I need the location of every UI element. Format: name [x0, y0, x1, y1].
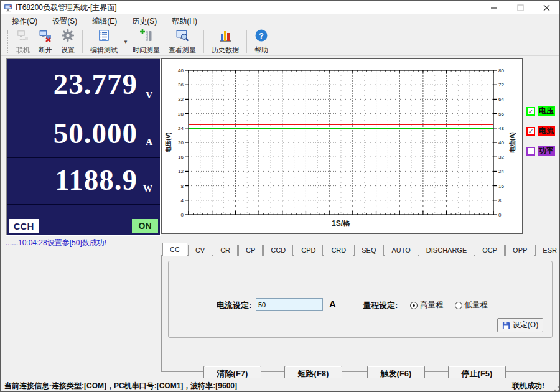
tab-auto[interactable]: AUTO — [385, 245, 418, 256]
toolbar-button-label: 设置 — [61, 45, 75, 55]
svg-text:0: 0 — [181, 212, 184, 218]
range-radio-1[interactable]: 低量程 — [455, 300, 488, 310]
menu-item-3[interactable]: 历史(S) — [124, 15, 164, 28]
measurement-display: 23.779 V 50.000 A 1188.9 W CCH ON — [6, 58, 161, 236]
maximize-button[interactable] — [507, 1, 533, 14]
menu-item-1[interactable]: 设置(S) — [45, 15, 85, 28]
menu-item-0[interactable]: 操作(O) — [4, 15, 45, 28]
online-icon — [16, 29, 30, 45]
log-message: ......10:04:28设置参[50]数成功! — [6, 238, 161, 248]
tab-ocp[interactable]: OCP — [475, 245, 505, 256]
save-icon — [502, 321, 510, 329]
range-radio-0[interactable]: 高量程 — [410, 300, 444, 310]
toolbar-button-settings[interactable]: 设置 — [57, 27, 79, 56]
toolbar-separator — [82, 30, 83, 53]
toolbar-button-time-measure[interactable]: 时间测量 — [128, 27, 164, 56]
tab-esr[interactable]: ESR — [535, 245, 560, 256]
chevron-down-icon[interactable]: ▼ — [123, 39, 128, 45]
toolbar-button-label: 查看测量 — [169, 45, 196, 55]
toolbar: 联机断开设置编辑测试▼时间测量查看测量历史数据?帮助 — [1, 28, 559, 56]
menu-item-2[interactable]: 编辑(E) — [85, 15, 124, 28]
disconnect-icon — [39, 29, 52, 45]
range-set-label: 量程设定: — [363, 300, 398, 311]
title-bar: IT68200负载管理系统-[主界面] — [1, 1, 559, 14]
mode-settings-panel: CCCVCRCPCCDCPDCRDSEQAUTODISCHARGEOCPOPPE… — [161, 240, 559, 373]
radio-icon — [410, 302, 418, 309]
help-icon: ? — [254, 29, 268, 45]
minimize-button[interactable] — [481, 1, 507, 14]
status-bar: 当前连接信息-连接类型:[COM]，PC机串口号:[COM1]，波特率:[960… — [1, 378, 560, 392]
legend-row-2: 功率 — [526, 146, 559, 156]
toolbar-separator — [203, 30, 204, 53]
power-value: 1188.9 — [55, 163, 138, 197]
tab-ccd[interactable]: CCD — [263, 245, 293, 256]
menu-item-4[interactable]: 帮助(H) — [164, 15, 205, 28]
app-icon — [4, 3, 12, 12]
legend-row-1: ✓电流 — [526, 126, 559, 136]
toolbar-button-label: 编辑测试 — [90, 45, 118, 55]
tab-cv[interactable]: CV — [188, 245, 212, 256]
svg-text:24: 24 — [178, 126, 184, 131]
current-set-unit: A — [329, 299, 336, 309]
display-footer: CCH ON — [7, 218, 160, 233]
toolbar-separator — [246, 30, 247, 53]
toolbar-button-history[interactable]: 历史数据 — [207, 27, 243, 56]
edit-test-icon — [97, 29, 111, 45]
tab-cpd[interactable]: CPD — [294, 245, 323, 256]
voltage-value: 23.779 — [54, 67, 138, 100]
range-radio-label: 高量程 — [420, 300, 444, 310]
svg-text:16: 16 — [178, 154, 184, 160]
legend-label-1: 电流 — [538, 126, 555, 136]
svg-text:8: 8 — [181, 184, 184, 189]
tab-crd[interactable]: CRD — [324, 245, 353, 256]
svg-text:20: 20 — [178, 140, 184, 146]
mode-badge: CCH — [9, 219, 39, 233]
tab-cc[interactable]: CC — [162, 243, 187, 256]
close-button[interactable] — [533, 1, 559, 14]
current-set-input[interactable] — [256, 298, 323, 311]
voltage-reading: 23.779 V — [7, 59, 160, 111]
svg-text:1S/格: 1S/格 — [332, 219, 350, 228]
toolbar-button-edit-test[interactable]: 编辑测试 — [86, 27, 122, 56]
svg-text:72: 72 — [498, 82, 504, 88]
svg-text:32: 32 — [498, 154, 504, 160]
time-measure-icon — [139, 29, 153, 45]
legend-checkbox-0[interactable]: ✓ — [526, 107, 535, 116]
svg-text:48: 48 — [498, 126, 504, 131]
voltage-unit: V — [146, 90, 152, 101]
connection-status: 联机成功! — [512, 381, 544, 391]
resize-grip-icon[interactable] — [552, 384, 559, 391]
tab-cr[interactable]: CR — [213, 245, 238, 256]
power-unit: W — [143, 184, 152, 194]
menu-bar: 操作(O)设置(S)编辑(E)历史(S)帮助(H) — [1, 14, 559, 28]
legend-checkbox-1[interactable]: ✓ — [526, 127, 535, 136]
set-button[interactable]: 设定(O) — [497, 318, 543, 332]
legend-checkbox-2[interactable] — [526, 147, 535, 156]
legend-row-0: ✓电压 — [526, 106, 559, 116]
toolbar-button-help[interactable]: ?帮助 — [250, 27, 273, 56]
svg-text:36: 36 — [178, 82, 184, 88]
tab-discharge[interactable]: DISCHARGE — [419, 245, 474, 256]
tab-seq[interactable]: SEQ — [354, 245, 383, 256]
svg-text:80: 80 — [498, 68, 504, 73]
settings-icon — [61, 29, 75, 45]
toolbar-grip[interactable] — [7, 30, 9, 53]
chart-legend: ✓电压✓电流功率 — [526, 106, 559, 166]
toolbar-button-disconnect[interactable]: 断开 — [34, 27, 57, 56]
range-radio-group: 高量程低量程 — [410, 300, 488, 310]
tab-opp[interactable]: OPP — [505, 245, 534, 256]
app-window: IT68200负载管理系统-[主界面] 操作(O)设置(S)编辑(E)历史(S)… — [0, 0, 560, 392]
svg-text:12: 12 — [178, 169, 184, 174]
tab-cp[interactable]: CP — [238, 245, 263, 256]
toolbar-button-label: 历史数据 — [212, 45, 239, 55]
connection-info: 当前连接信息-连接类型:[COM]，PC机串口号:[COM1]，波特率:[960… — [4, 381, 237, 391]
cc-settings-groupbox: 电流设定: A 量程设定: 高量程低量程 设定(O) — [168, 261, 553, 338]
svg-text:64: 64 — [498, 96, 504, 102]
svg-text:56: 56 — [498, 111, 504, 117]
state-badge: ON — [132, 219, 158, 233]
svg-text:?: ? — [259, 31, 264, 40]
toolbar-button-label: 断开 — [39, 45, 52, 55]
svg-text:电压(V): 电压(V) — [165, 132, 172, 152]
svg-text:28: 28 — [178, 111, 184, 117]
toolbar-button-view-measure[interactable]: 查看测量 — [164, 27, 200, 56]
